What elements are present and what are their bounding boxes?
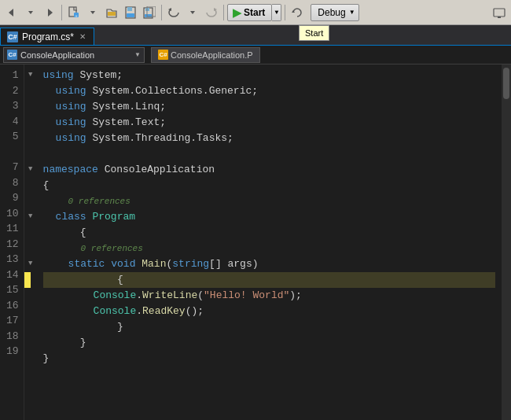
scrollbar-thumb[interactable] — [503, 68, 509, 99]
start-button[interactable]: ▶ Start — [227, 4, 272, 21]
start-tooltip: Start — [299, 25, 329, 41]
gutter: ▼ ▼ ▼ ▼ — [24, 64, 37, 420]
new-file-button[interactable]: + — [65, 4, 83, 21]
debug-chevron: ▼ — [349, 9, 355, 16]
svg-rect-9 — [127, 7, 132, 11]
undo-dropdown[interactable] — [184, 4, 201, 21]
code-line-9: 0 references — [43, 193, 495, 209]
svg-rect-7 — [108, 12, 116, 16]
svg-rect-20 — [498, 17, 501, 18]
open-file-button[interactable] — [103, 4, 120, 21]
back-dropdown[interactable] — [22, 4, 39, 21]
code-line-16: Console.ReadKey(); — [43, 304, 495, 319]
svg-marker-0 — [9, 9, 13, 17]
collapse-10[interactable]: ▼ — [28, 209, 32, 225]
code-line-10: class Program — [43, 209, 495, 225]
toolbar: + ▶ Start ▼ Debug ▼ — [0, 0, 511, 25]
tab-program-cs[interactable]: C# Program.cs* ✕ — [0, 28, 94, 45]
svg-marker-6 — [90, 11, 95, 14]
right-tab-icon: C# — [158, 50, 168, 60]
code-line-17: } — [43, 319, 495, 335]
right-tab-label: ConsoleApplication.P — [171, 50, 253, 60]
code-line-1: using System; — [43, 68, 495, 83]
scrollbar-vertical[interactable] — [502, 64, 511, 420]
svg-rect-10 — [127, 13, 134, 17]
sep1 — [61, 5, 62, 20]
code-line-13: static void Main(string[] args) — [43, 256, 495, 272]
namespace-label: ConsoleApplication — [20, 50, 131, 60]
debug-dropdown[interactable]: Debug ▼ — [311, 4, 358, 21]
forward-button[interactable] — [41, 4, 58, 21]
ns-cs-icon: C# — [7, 50, 17, 60]
collapse-13[interactable]: ▼ — [28, 256, 32, 272]
save-button[interactable] — [122, 4, 139, 21]
sep4 — [285, 5, 285, 20]
code-line-2: using System.Collections.Generic; — [43, 83, 495, 99]
new-file-dropdown[interactable] — [84, 4, 101, 21]
svg-marker-2 — [48, 9, 53, 17]
start-dropdown[interactable]: ▼ — [272, 4, 281, 21]
code-line-19: } — [43, 351, 495, 367]
back-button[interactable] — [3, 4, 20, 21]
svg-marker-16 — [190, 11, 195, 14]
code-line-4: using System.Text; — [43, 115, 495, 131]
tab-bar: C# Program.cs* ✕ — [0, 25, 511, 46]
code-line-5: using System.Threading.Tasks; — [43, 131, 495, 146]
right-tabs: C# ConsoleApplication.P — [151, 47, 260, 63]
code-line-7: namespace ConsoleApplication — [43, 162, 495, 178]
line-numbers: 1 2 3 4 5 7 8 9 10 11 12 13 14 15 16 17 … — [0, 64, 24, 420]
tab-program-label: Program.cs* — [22, 31, 74, 42]
code-line-11: { — [43, 225, 495, 241]
svg-rect-19 — [494, 9, 505, 17]
code-line-3: using System.Linq; — [43, 99, 495, 115]
svg-text:+: + — [75, 13, 78, 19]
debug-label: Debug — [318, 7, 345, 18]
sep2 — [161, 5, 162, 20]
breadcrumb-bar: C# ConsoleApplication ▼ C# ConsoleApplic… — [0, 46, 511, 64]
editor-container: 1 2 3 4 5 7 8 9 10 11 12 13 14 15 16 17 … — [0, 64, 511, 420]
play-icon: ▶ — [233, 6, 241, 19]
collapse-1[interactable]: ▼ — [28, 68, 32, 83]
code-line-15: Console.WriteLine("Hello! World"); — [43, 288, 495, 304]
undo-button[interactable] — [165, 4, 182, 21]
code-line-18: } — [43, 335, 495, 351]
namespace-chevron: ▼ — [134, 51, 141, 58]
device-button[interactable] — [491, 4, 508, 21]
start-label: Start — [244, 7, 265, 18]
redo-button[interactable] — [203, 4, 220, 21]
sep3 — [223, 5, 224, 20]
namespace-dropdown[interactable]: C# ConsoleApplication ▼ — [3, 47, 145, 63]
code-line-14: { — [43, 272, 495, 288]
code-line-8: { — [43, 178, 495, 193]
code-line-12: 0 references — [43, 241, 495, 256]
tab-close-button[interactable]: ✕ — [78, 31, 87, 42]
code-line-6 — [43, 146, 495, 162]
refresh-button[interactable] — [289, 4, 306, 21]
collapse-7[interactable]: ▼ — [28, 162, 32, 178]
cs-icon: C# — [7, 31, 18, 42]
code-area[interactable]: using System; using System.Collections.G… — [37, 64, 502, 420]
right-tab-console[interactable]: C# ConsoleApplication.P — [151, 47, 260, 63]
svg-marker-1 — [28, 11, 33, 14]
save-all-button[interactable] — [141, 4, 158, 21]
